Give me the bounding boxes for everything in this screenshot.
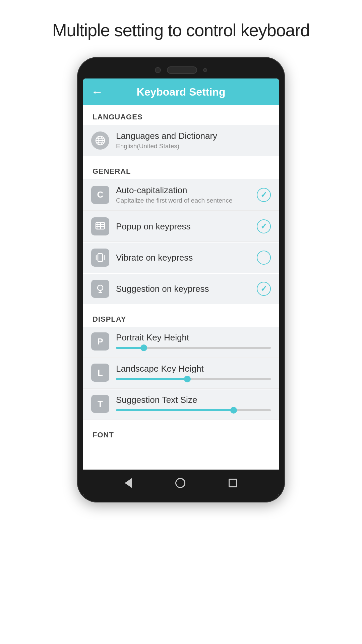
suggestion-keypress-checkbox[interactable] [257,282,271,296]
suggestion-text-slider-content: Suggestion Text Size [116,395,271,411]
landscape-thumb[interactable] [184,376,191,382]
divider-3 [83,420,279,423]
app-bar: ← Keyboard Setting [83,78,279,105]
recent-square-icon [229,479,237,487]
languages-dict-subtitle: English(United States) [116,143,271,150]
landscape-track-fill [116,378,187,380]
phone-screen: ← Keyboard Setting LANGUAGES [83,78,279,496]
nav-recent-button[interactable] [229,479,237,487]
svg-point-13 [98,285,103,290]
suggestion-text-size-item: T Suggestion Text Size [83,389,279,420]
popup-keypress-item[interactable]: Popup on keypress [83,211,279,242]
app-bar-title: Keyboard Setting [111,86,251,98]
popup-keypress-checkbox[interactable] [257,219,271,233]
landscape-slider-content: Landscape Key Height [116,364,271,380]
portrait-thumb[interactable] [140,344,147,351]
divider-1 [83,156,279,160]
vibrate-keypress-title: Vibrate on keypress [116,253,257,263]
camera-dot [155,67,161,73]
section-header-languages: LANGUAGES [83,105,279,125]
auto-cap-item[interactable]: C Auto-capitalization Capitalize the fir… [83,179,279,211]
globe-icon [91,131,109,150]
suggestion-text-icon: T [91,395,109,413]
languages-dict-item[interactable]: Languages and Dictionary English(United … [83,125,279,156]
popup-keypress-title: Popup on keypress [116,221,257,232]
landscape-slider-track[interactable] [116,378,271,380]
home-circle-icon [175,478,185,488]
languages-dict-title: Languages and Dictionary [116,131,271,141]
suggestion-text-thumb[interactable] [230,407,237,414]
font-spacer [83,443,279,470]
section-header-display: DISPLAY [83,308,279,327]
portrait-track-fill [116,347,144,349]
phone-top-bar [83,66,279,74]
section-header-general: GENERAL [83,160,279,179]
portrait-icon: P [91,332,109,351]
settings-content: LANGUAGES Languages and Dictionary Engli… [83,105,279,470]
back-triangle-icon [125,478,132,488]
auto-cap-checkbox[interactable] [257,188,271,202]
portrait-slider-label: Portrait Key Height [116,332,271,343]
phone-shell: ← Keyboard Setting LANGUAGES [77,57,285,502]
auto-cap-title: Auto-capitalization [116,185,257,196]
vibrate-icon [91,249,109,267]
popup-icon [91,217,109,235]
auto-cap-subtitle: Capitalize the first word of each senten… [116,197,257,204]
suggestion-text-slider-track[interactable] [116,409,271,411]
sensor-dot [203,68,207,72]
suggestion-keypress-item[interactable]: Suggestion on keypress [83,274,279,304]
vibrate-keypress-checkbox[interactable] [257,251,271,265]
suggestion-keypress-title: Suggestion on keypress [116,284,257,294]
suggestion-icon [91,280,109,298]
portrait-key-height-item: P Portrait Key Height [83,327,279,358]
suggestion-text-slider-label: Suggestion Text Size [116,395,271,405]
auto-cap-text: Auto-capitalization Capitalize the first… [116,185,257,204]
landscape-icon: L [91,364,109,382]
languages-dict-text: Languages and Dictionary English(United … [116,131,271,150]
back-button[interactable]: ← [91,85,103,99]
nav-back-button[interactable] [125,478,132,488]
popup-keypress-text: Popup on keypress [116,221,257,232]
landscape-key-height-item: L Landscape Key Height [83,358,279,389]
portrait-slider-content: Portrait Key Height [116,332,271,349]
svg-rect-10 [98,254,103,262]
vibrate-keypress-item[interactable]: Vibrate on keypress [83,243,279,273]
divider-2 [83,304,279,308]
page-heading: Multiple setting to control keyboard [25,0,337,57]
portrait-slider-track[interactable] [116,347,271,349]
suggestion-keypress-text: Suggestion on keypress [116,284,257,294]
nav-home-button[interactable] [175,478,185,488]
speaker-grille [167,66,197,74]
auto-cap-icon: C [91,186,109,204]
suggestion-text-track-fill [116,409,234,411]
landscape-slider-label: Landscape Key Height [116,364,271,374]
vibrate-keypress-text: Vibrate on keypress [116,253,257,263]
phone-nav-bar [83,470,279,496]
section-header-font: FONT [83,423,279,443]
